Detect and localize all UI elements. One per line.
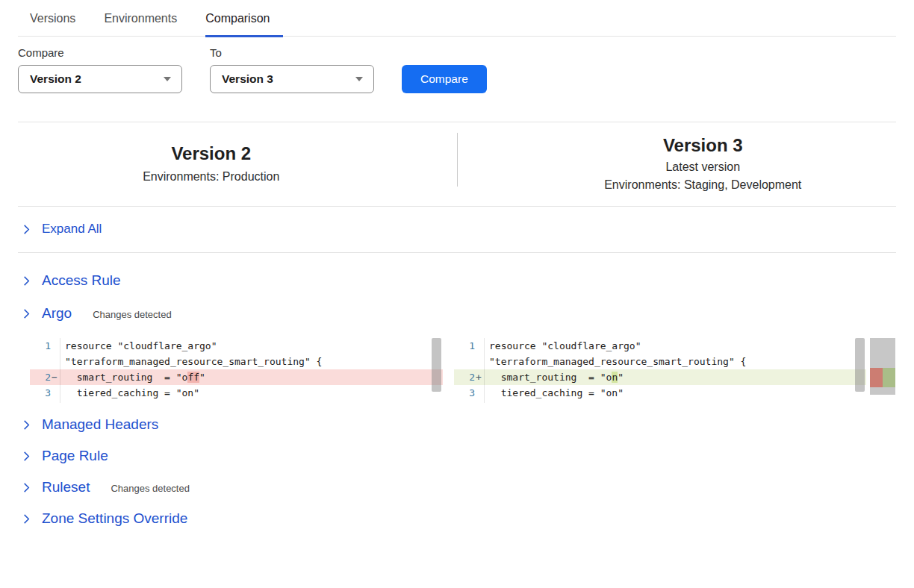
scrollbar-right[interactable] [853, 338, 866, 403]
diff-overview-minimap[interactable] [870, 338, 895, 395]
tab-bar: Versions Environments Comparison [18, 0, 896, 37]
code-line: 3 tiered_caching = "on" [30, 385, 443, 401]
version-right-environments: Environments: Staging, Development [604, 178, 801, 192]
chevron-down-icon [164, 77, 171, 81]
version-right-header: Version 3 Latest version Environments: S… [458, 130, 897, 197]
code-text: } [484, 401, 866, 403]
diff-panel-left: 1resource "cloudflare_argo" "terraform_m… [30, 338, 443, 403]
code-line-removed: 2− smart_routing = "off" [30, 369, 443, 385]
section-argo[interactable]: Argo Changes detected [21, 305, 896, 322]
line-number: 3 [454, 385, 475, 401]
code-line: 1resource "cloudflare_argo" [454, 338, 866, 354]
code-text: } [60, 401, 443, 403]
diff-sign [475, 354, 484, 369]
version-left-header: Version 2 Environments: Production [18, 130, 457, 197]
chevron-right-icon [21, 224, 32, 235]
tab-environments[interactable]: Environments [104, 12, 177, 36]
argo-diff-viewer: 1resource "cloudflare_argo" "terraform_m… [30, 338, 914, 403]
section-zone-settings-override[interactable]: Zone Settings Override [21, 510, 896, 527]
line-number: 1 [30, 338, 51, 354]
changes-detected-badge: Changes detected [93, 309, 172, 320]
version-right-title: Version 3 [663, 135, 743, 156]
diff-minus-sign: − [51, 369, 60, 385]
line-number: 3 [30, 385, 51, 401]
code-text-pre: smart_routing = "o [489, 372, 612, 383]
compare-to-value: Version 3 [222, 72, 273, 86]
chevron-down-icon [355, 77, 363, 81]
tab-comparison[interactable]: Comparison [205, 12, 283, 37]
line-number [30, 401, 51, 403]
code-text-suffix: " [199, 372, 205, 383]
scrollbar-left[interactable] [429, 338, 443, 403]
line-number [454, 401, 475, 403]
code-text: "terraform_managed_resource_smart_routin… [484, 354, 866, 369]
code-text-suffix: " [618, 372, 624, 383]
compare-to-select[interactable]: Version 3 [210, 65, 374, 93]
chevron-right-icon [21, 275, 32, 287]
line-number: 2 [454, 369, 475, 385]
version-left-title: Version 2 [171, 143, 251, 164]
code-line-added: 2+ smart_routing = "on" [454, 369, 866, 385]
code-line: 1resource "cloudflare_argo" [30, 338, 443, 354]
code-text: tiered_caching = "on" [484, 385, 866, 401]
code-line-clipped: } [454, 401, 866, 403]
expand-all-toggle[interactable]: Expand All [21, 207, 896, 252]
code-text: resource "cloudflare_argo" [484, 338, 866, 354]
code-line: 3 tiered_caching = "on" [454, 385, 866, 401]
line-number: 2 [30, 369, 51, 385]
section-label: Access Rule [42, 272, 121, 289]
line-number [454, 354, 475, 369]
section-label: Argo [42, 305, 72, 322]
code-text: resource "cloudflare_argo" [60, 338, 443, 354]
comparison-page: Versions Environments Comparison Compare… [0, 0, 914, 527]
compare-to-group: To Version 3 [210, 46, 374, 93]
scrollbar-thumb[interactable] [432, 338, 441, 392]
diff-sign [475, 385, 484, 401]
diff-sign [51, 385, 60, 401]
section-ruleset[interactable]: Ruleset Changes detected [21, 479, 896, 495]
chevron-right-icon [21, 451, 32, 462]
diff-sign [51, 338, 60, 354]
code-text: smart_routing = "on" [484, 369, 866, 385]
chevron-right-icon [21, 419, 32, 431]
compare-from-select[interactable]: Version 2 [18, 65, 182, 93]
compare-from-value: Version 2 [30, 72, 81, 86]
compare-to-label: To [210, 46, 374, 59]
version-right-subtitle: Latest version [665, 160, 740, 174]
expand-all-label: Expand All [42, 222, 102, 237]
code-line-clipped: } [30, 401, 443, 403]
scrollbar-thumb[interactable] [855, 338, 865, 392]
diff-sign [475, 401, 484, 403]
removed-inline-highlight: ff [187, 372, 199, 383]
version-left-environments: Environments: Production [143, 170, 279, 184]
chevron-right-icon [21, 513, 32, 525]
code-text: "terraform_managed_resource_smart_routin… [60, 354, 443, 369]
compare-from-group: Compare Version 2 [18, 46, 182, 93]
code-line-wrap: "terraform_managed_resource_smart_routin… [454, 354, 866, 369]
section-managed-headers[interactable]: Managed Headers [21, 416, 896, 433]
version-headers: Version 2 Environments: Production Versi… [18, 122, 896, 206]
code-line-wrap: "terraform_managed_resource_smart_routin… [30, 354, 443, 369]
diff-sign [475, 338, 484, 354]
section-label: Ruleset [42, 479, 90, 495]
removed-marker [870, 368, 883, 387]
section-page-rule[interactable]: Page Rule [21, 448, 896, 464]
divider [18, 252, 896, 253]
compare-controls: Compare Version 2 To Version 3 Compare [18, 46, 914, 93]
code-text: tiered_caching = "on" [60, 385, 443, 401]
chevron-right-icon [21, 308, 32, 319]
compare-button[interactable]: Compare [402, 65, 487, 93]
line-number: 1 [454, 338, 475, 354]
diff-sign [51, 401, 60, 403]
tab-versions[interactable]: Versions [30, 12, 75, 36]
chevron-right-icon [21, 482, 32, 493]
added-marker [883, 368, 895, 387]
line-number [30, 354, 51, 369]
diff-panel-right: 1resource "cloudflare_argo" "terraform_m… [454, 338, 866, 403]
diff-plus-sign: + [475, 369, 484, 385]
section-label: Managed Headers [42, 416, 158, 433]
code-text: smart_routing = "off" [60, 369, 443, 385]
section-label: Page Rule [42, 448, 108, 464]
section-access-rule[interactable]: Access Rule [21, 272, 896, 289]
code-text-pre: smart_routing = "o [65, 372, 187, 383]
